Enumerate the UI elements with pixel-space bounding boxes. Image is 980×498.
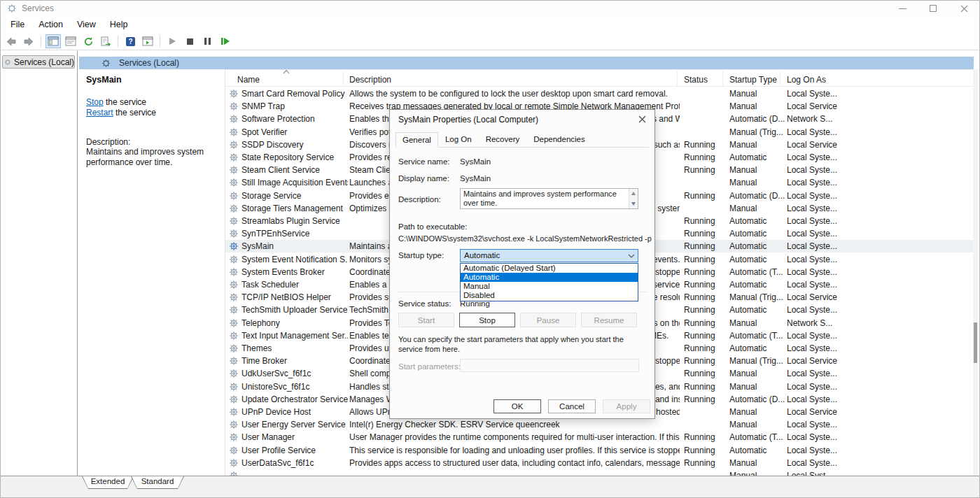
- header-divider[interactable]: [677, 71, 678, 85]
- header-divider[interactable]: [343, 71, 344, 85]
- dropdown-option-manual[interactable]: Manual: [461, 282, 638, 291]
- cell-startup-type: Manual (Trig...: [729, 127, 785, 137]
- column-header-log-on-as[interactable]: Log On As: [787, 75, 826, 85]
- cell-log-on-as: Local Syste...: [787, 241, 892, 251]
- cell-log-on-as: Local Service: [787, 140, 892, 150]
- column-header-description[interactable]: Description: [349, 75, 391, 85]
- refresh-button[interactable]: [80, 34, 96, 48]
- cell-status: Running: [684, 394, 726, 404]
- show-console-tree-button[interactable]: [46, 34, 61, 48]
- description-scrollbar[interactable]: [629, 189, 638, 208]
- cell-startup-type: Manual: [729, 101, 785, 111]
- table-row[interactable]: User ManagerUser Manager provides the ru…: [225, 431, 974, 443]
- header-divider[interactable]: [780, 71, 780, 85]
- panel-header-title: Services (Local): [119, 58, 179, 68]
- tab-extended[interactable]: Extended: [82, 476, 134, 489]
- menu-item-action[interactable]: Action: [31, 17, 70, 31]
- stop-service-link[interactable]: Stop: [86, 97, 104, 107]
- resume-button[interactable]: Resume: [581, 313, 637, 327]
- gear-icon: [229, 420, 239, 429]
- cell-name: TechSmith Uploader Service: [241, 305, 348, 315]
- extended-view-button[interactable]: [140, 34, 155, 48]
- path-label: Path to executable:: [398, 222, 467, 231]
- pause-service-button[interactable]: [200, 34, 215, 48]
- tab-standard[interactable]: Standard: [131, 476, 184, 489]
- pause-button[interactable]: Pause: [520, 313, 576, 327]
- menu-item-view[interactable]: View: [70, 17, 103, 31]
- table-row[interactable]: User Energy Server Service q...Intel(r) …: [225, 418, 974, 431]
- table-row[interactable]: User Profile ServiceThis service is resp…: [225, 444, 974, 457]
- cell-startup-type: Automatic (T...: [729, 331, 785, 341]
- startup-type-combobox[interactable]: Automatic: [460, 249, 638, 262]
- description-textbox[interactable]: Maintains and improves system performanc…: [460, 188, 638, 209]
- cell-startup-type: Automatic: [729, 241, 785, 251]
- table-row[interactable]: UserDataSvc_f6f1cProvides apps access to…: [225, 457, 974, 469]
- scrollbar-thumb[interactable]: [974, 322, 977, 363]
- dropdown-option-automatic[interactable]: Automatic: [461, 273, 638, 282]
- restart-service-button[interactable]: [217, 34, 232, 48]
- dialog-tab-log-on[interactable]: Log On: [438, 132, 479, 147]
- cell-startup-type: Manual: [729, 318, 785, 328]
- start-service-button[interactable]: [164, 34, 180, 48]
- table-row[interactable]: Smart Card Removal PolicyAllows the syst…: [225, 87, 974, 100]
- cell-name: Streamlabs Plugin Service: [241, 216, 348, 226]
- header-divider[interactable]: [722, 71, 723, 85]
- start-button[interactable]: Start: [398, 313, 454, 327]
- dropdown-option-disabled[interactable]: Disabled: [461, 291, 638, 300]
- column-header-status[interactable]: Status: [684, 75, 708, 85]
- stop-service-button[interactable]: [182, 34, 197, 48]
- forward-button[interactable]: [21, 34, 36, 48]
- cell-status: Running: [684, 318, 726, 328]
- cell-name: SysMain: [241, 241, 348, 251]
- apply-button[interactable]: Apply: [603, 399, 650, 413]
- cell-startup-type: Manual: [729, 420, 785, 429]
- dialog-tab-general[interactable]: General: [396, 132, 438, 148]
- cell-name: Still Image Acquisition Events: [241, 178, 348, 187]
- stop-service-suffix: the service: [104, 97, 146, 107]
- tree-item-services-local[interactable]: Services (Local): [2, 55, 75, 69]
- chevron-down-icon: [628, 253, 635, 259]
- column-header-name[interactable]: Name: [237, 75, 260, 85]
- cancel-button[interactable]: Cancel: [548, 399, 596, 413]
- cell-startup-type: Manual (Trig...: [729, 292, 785, 302]
- cell-status: Running: [684, 356, 726, 366]
- restart-service-link[interactable]: Restart: [86, 108, 113, 118]
- start-service-icon: [168, 37, 176, 45]
- menu-item-help[interactable]: Help: [103, 17, 135, 31]
- start-parameters-input[interactable]: [460, 359, 639, 372]
- cell-log-on-as: Local Syste...: [787, 216, 892, 226]
- maximize-button[interactable]: [918, 1, 948, 16]
- cell-log-on-as: Local Syste...: [787, 382, 892, 392]
- cell-name: User Energy Server Service q...: [241, 420, 348, 429]
- properties-button[interactable]: [63, 34, 78, 48]
- tab-extended-label: Extended: [83, 476, 133, 488]
- ok-button[interactable]: OK: [493, 399, 541, 413]
- vertical-scrollbar[interactable]: [973, 69, 978, 478]
- close-button[interactable]: [948, 1, 979, 16]
- dialog-close-button[interactable]: [636, 113, 648, 124]
- cell-name: Software Protection: [241, 114, 348, 124]
- cell-status: Running: [684, 432, 726, 442]
- dropdown-option-automatic-delayed-start-[interactable]: Automatic (Delayed Start): [461, 264, 638, 273]
- start-parameters-hint: You can specify the start parameters tha…: [398, 334, 648, 354]
- display-name-label: Display name:: [398, 174, 449, 183]
- cell-startup-type: Manual: [729, 369, 785, 378]
- cell-startup-type: Manual: [729, 407, 785, 417]
- export-list-button[interactable]: [98, 34, 113, 48]
- back-icon: [6, 37, 17, 46]
- dialog-tab-recovery[interactable]: Recovery: [479, 132, 527, 147]
- menu-bar: FileActionViewHelp: [1, 16, 979, 33]
- cell-log-on-as: Local Syste...: [787, 191, 892, 201]
- menu-item-file[interactable]: File: [4, 17, 31, 31]
- tab-standard-label: Standard: [132, 476, 183, 488]
- minimize-button[interactable]: [887, 1, 918, 16]
- stop-button[interactable]: Stop: [459, 313, 515, 327]
- dialog-tab-dependencies[interactable]: Dependencies: [526, 132, 592, 147]
- help-button[interactable]: ?: [122, 34, 138, 48]
- cell-name: Storage Service: [241, 191, 348, 201]
- services-node-icon: [4, 58, 11, 66]
- back-button[interactable]: [4, 34, 19, 48]
- column-header-startup-type[interactable]: Startup Type: [729, 75, 777, 85]
- cell-log-on-as: Local Syste...: [787, 267, 892, 277]
- task-pane: SysMain Stop the service Restart the ser…: [79, 69, 225, 475]
